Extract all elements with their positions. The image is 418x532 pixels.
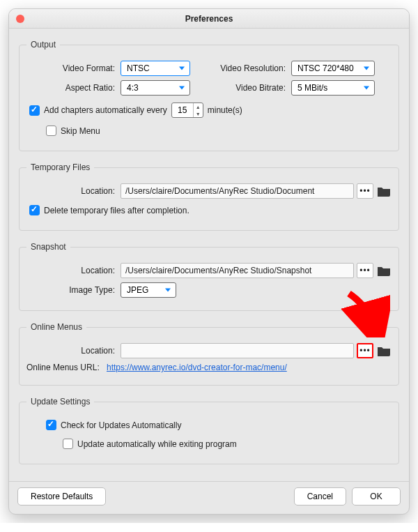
auto-update-checkbox[interactable]	[63, 439, 73, 449]
ok-button[interactable]: OK	[352, 487, 401, 506]
video-format-label: Video Format:	[26, 63, 121, 73]
online-menus-location-field	[121, 343, 354, 358]
window-title: Preferences	[185, 14, 233, 24]
temp-legend: Temporary Files	[26, 162, 94, 172]
temp-location-label: Location:	[26, 186, 121, 196]
temp-location-field: /Users/claire/Documents/AnyRec Studio/Do…	[121, 183, 354, 199]
folder-icon[interactable]	[376, 344, 392, 357]
add-chapters-checkbox[interactable]	[29, 105, 40, 116]
update-settings-section: Update Settings Check for Updates Automa…	[19, 397, 399, 464]
delete-temp-label: Delete temporary files after completion.	[44, 206, 189, 215]
dialog-footer: Restore Defaults Cancel OK	[9, 481, 409, 514]
video-bitrate-select[interactable]: 5 MBit/s	[291, 80, 375, 96]
add-chapters-label: Add chapters automatically every	[44, 105, 167, 115]
preferences-window: Preferences Output Video Format: NTSC Vi…	[8, 8, 410, 515]
snapshot-browse-button[interactable]: •••	[357, 263, 373, 278]
auto-update-label: Update automatically while exiting progr…	[77, 439, 237, 449]
chapter-interval-input[interactable]	[172, 105, 193, 116]
temp-files-section: Temporary Files Location: /Users/claire/…	[19, 162, 399, 231]
online-menus-section: Online Menus Location: ••• Online Menus …	[19, 322, 399, 386]
video-resolution-label: Video Resolution:	[211, 63, 291, 73]
delete-temp-checkbox[interactable]	[29, 205, 40, 215]
video-format-select[interactable]: NTSC	[121, 61, 190, 76]
snapshot-location-field: /Users/claire/Documents/AnyRec Studio/Sn…	[121, 263, 354, 278]
stepper-up-icon[interactable]: ▲	[194, 103, 203, 110]
skip-menu-label: Skip Menu	[61, 126, 100, 136]
video-resolution-select[interactable]: NTSC 720*480	[291, 61, 375, 76]
chapter-interval-unit: minute(s)	[208, 105, 242, 115]
output-legend: Output	[26, 40, 60, 50]
aspect-ratio-select[interactable]: 4:3	[121, 80, 190, 96]
online-menus-legend: Online Menus	[26, 322, 86, 332]
image-type-label: Image Type:	[26, 285, 121, 295]
folder-icon[interactable]	[376, 185, 392, 197]
cancel-button[interactable]: Cancel	[294, 487, 346, 506]
snapshot-location-label: Location:	[26, 266, 121, 275]
close-icon[interactable]	[16, 15, 24, 23]
output-section: Output Video Format: NTSC Video Resoluti…	[19, 40, 399, 151]
online-menus-url-label: Online Menus URL:	[26, 363, 107, 372]
check-updates-label: Check for Updates Automatically	[61, 420, 181, 430]
online-menus-browse-button[interactable]: •••	[357, 343, 373, 358]
online-menus-url-link[interactable]: https://www.anyrec.io/dvd-creator-for-ma…	[107, 363, 287, 372]
online-menus-location-label: Location:	[26, 346, 121, 356]
video-bitrate-label: Video Bitrate:	[211, 83, 291, 93]
image-type-select[interactable]: JPEG	[121, 282, 176, 298]
temp-browse-button[interactable]: •••	[357, 183, 373, 199]
snapshot-section: Snapshot Location: /Users/claire/Documen…	[19, 242, 399, 311]
aspect-ratio-label: Aspect Ratio:	[26, 83, 121, 93]
chapter-interval-stepper[interactable]: ▲ ▼	[171, 102, 203, 118]
folder-icon[interactable]	[376, 264, 392, 277]
restore-defaults-button[interactable]: Restore Defaults	[17, 487, 106, 506]
stepper-down-icon[interactable]: ▼	[194, 110, 203, 117]
update-legend: Update Settings	[26, 397, 94, 406]
check-updates-checkbox[interactable]	[46, 420, 56, 430]
titlebar: Preferences	[9, 9, 409, 29]
skip-menu-checkbox[interactable]	[46, 126, 56, 136]
snapshot-legend: Snapshot	[26, 242, 70, 252]
